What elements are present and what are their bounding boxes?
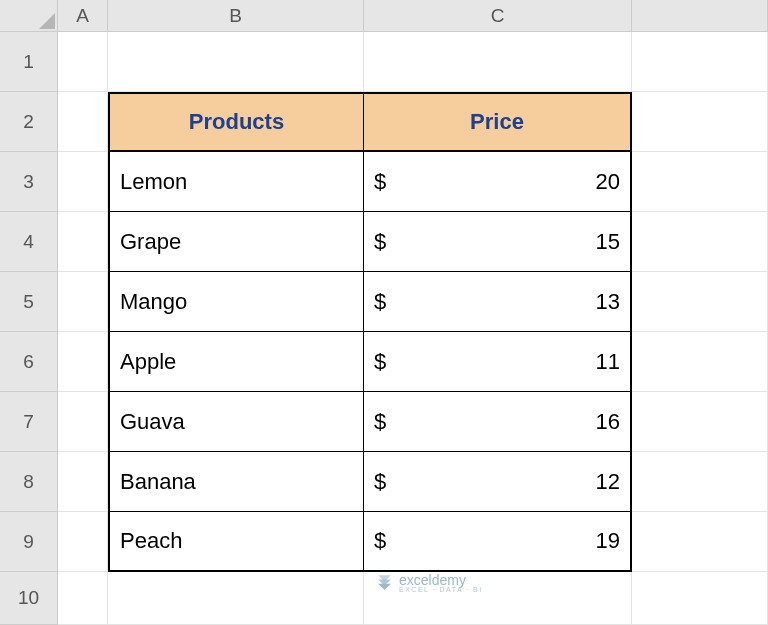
row-header-5[interactable]: 5 [0, 272, 58, 332]
table-row[interactable]: Grape [108, 212, 364, 272]
price-value: 15 [596, 229, 620, 255]
currency-symbol: $ [374, 169, 386, 195]
cell-d10[interactable] [632, 572, 768, 625]
watermark-tagline: EXCEL · DATA · BI [399, 586, 483, 593]
table-row[interactable]: $ 19 [364, 512, 632, 572]
cell-a7[interactable] [58, 392, 108, 452]
currency-symbol: $ [374, 229, 386, 255]
cell-d5[interactable] [632, 272, 768, 332]
currency-symbol: $ [374, 289, 386, 315]
col-header-b[interactable]: B [108, 0, 364, 32]
cell-d8[interactable] [632, 452, 768, 512]
table-row[interactable]: $ 20 [364, 152, 632, 212]
currency-symbol: $ [374, 469, 386, 495]
table-row[interactable]: Peach [108, 512, 364, 572]
row-header-1[interactable]: 1 [0, 32, 58, 92]
cell-d9[interactable] [632, 512, 768, 572]
table-row[interactable]: $ 12 [364, 452, 632, 512]
price-value: 19 [596, 528, 620, 554]
exceldemy-icon [376, 573, 393, 593]
row-header-6[interactable]: 6 [0, 332, 58, 392]
cell-d4[interactable] [632, 212, 768, 272]
currency-symbol: $ [374, 409, 386, 435]
price-value: 16 [596, 409, 620, 435]
price-value: 11 [596, 349, 620, 375]
col-header-empty[interactable] [632, 0, 768, 32]
cell-b1[interactable] [108, 32, 364, 92]
cell-d2[interactable] [632, 92, 768, 152]
cell-a6[interactable] [58, 332, 108, 392]
cell-d7[interactable] [632, 392, 768, 452]
cell-a8[interactable] [58, 452, 108, 512]
row-header-4[interactable]: 4 [0, 212, 58, 272]
table-row[interactable]: Apple [108, 332, 364, 392]
price-value: 20 [596, 169, 620, 195]
price-value: 13 [596, 289, 620, 315]
cell-a10[interactable] [58, 572, 108, 625]
watermark: exceldemy EXCEL · DATA · BI [376, 572, 483, 593]
currency-symbol: $ [374, 349, 386, 375]
cell-d3[interactable] [632, 152, 768, 212]
row-header-3[interactable]: 3 [0, 152, 58, 212]
cell-a4[interactable] [58, 212, 108, 272]
currency-symbol: $ [374, 528, 386, 554]
table-row[interactable]: Guava [108, 392, 364, 452]
table-row[interactable]: $ 16 [364, 392, 632, 452]
table-header-products[interactable]: Products [108, 92, 364, 152]
select-all-corner[interactable] [0, 0, 58, 32]
cell-d6[interactable] [632, 332, 768, 392]
table-row[interactable]: $ 13 [364, 272, 632, 332]
spreadsheet-grid: A B C 1 2 Products Price 3 Lemon $ 20 4 … [0, 0, 768, 625]
table-row[interactable]: $ 15 [364, 212, 632, 272]
cell-b10[interactable] [108, 572, 364, 625]
cell-d1[interactable] [632, 32, 768, 92]
cell-a2[interactable] [58, 92, 108, 152]
cell-a1[interactable] [58, 32, 108, 92]
row-header-7[interactable]: 7 [0, 392, 58, 452]
col-header-a[interactable]: A [58, 0, 108, 32]
price-value: 12 [596, 469, 620, 495]
row-header-8[interactable]: 8 [0, 452, 58, 512]
cell-a3[interactable] [58, 152, 108, 212]
table-row[interactable]: $ 11 [364, 332, 632, 392]
table-row[interactable]: Lemon [108, 152, 364, 212]
row-header-2[interactable]: 2 [0, 92, 58, 152]
table-row[interactable]: Banana [108, 452, 364, 512]
cell-c1[interactable] [364, 32, 632, 92]
col-header-c[interactable]: C [364, 0, 632, 32]
table-row[interactable]: Mango [108, 272, 364, 332]
row-header-9[interactable]: 9 [0, 512, 58, 572]
cell-a5[interactable] [58, 272, 108, 332]
table-header-price[interactable]: Price [364, 92, 632, 152]
row-header-10[interactable]: 10 [0, 572, 58, 625]
cell-a9[interactable] [58, 512, 108, 572]
